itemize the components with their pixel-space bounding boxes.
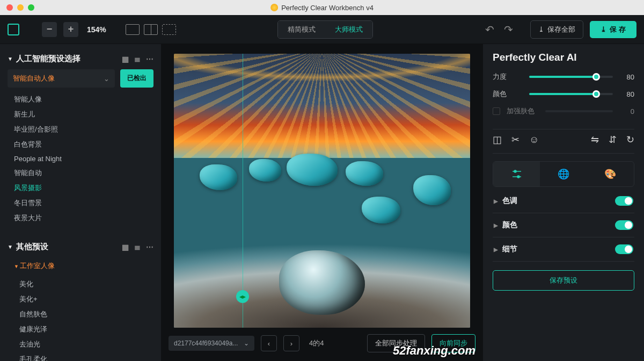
view-mode-icons — [126, 24, 176, 35]
accordion-tone[interactable]: ▶ 色调 — [493, 189, 634, 213]
chevron-down-icon: ⌄ — [104, 75, 109, 83]
chevron-down-icon: ▼ — [8, 244, 13, 250]
list-item[interactable]: 美化 — [17, 277, 153, 292]
panel-title: Perfectly Clear AI — [493, 52, 634, 63]
tab-sliders[interactable] — [493, 162, 540, 186]
list-view-icon[interactable]: ≣ — [134, 55, 141, 63]
redo-icon[interactable]: ↷ — [504, 23, 513, 36]
traffic-lights — [0, 4, 34, 11]
window-title: Perfectly Clear Workbench v4 — [270, 4, 374, 12]
list-item[interactable]: 新生儿 — [12, 107, 153, 122]
zoom-out-button[interactable]: − — [42, 22, 57, 37]
rotate-icon[interactable]: ↻ — [626, 134, 634, 146]
tool-iconbar: ◫ ✂ ☺ ⇋ ⇵ ↻ — [493, 129, 634, 154]
save-preset-button[interactable]: 保存预设 — [493, 270, 634, 291]
list-view-icon[interactable]: ≣ — [134, 243, 141, 251]
sliders-icon — [511, 169, 522, 179]
list-item[interactable]: 自然肤色 — [17, 307, 153, 322]
zoom-level[interactable]: 154% — [87, 25, 106, 34]
mode-segment: 精简模式 大师模式 — [277, 20, 373, 39]
app-icon — [270, 4, 278, 11]
image-canvas[interactable]: ◂▸ — [174, 54, 470, 328]
compare-icon[interactable]: ◫ — [493, 134, 502, 146]
flip-v-icon[interactable]: ⇵ — [609, 134, 617, 146]
undo-redo-group: ↶ ↷ — [485, 23, 513, 36]
adjust-tabs: 🌐 🎨 — [493, 161, 634, 187]
download-icon: ⤓ — [601, 25, 606, 33]
list-item[interactable]: 冬日雪景 — [12, 196, 153, 211]
more-icon[interactable]: ⋯ — [146, 55, 153, 63]
color-slider-row: 颜色 80 — [493, 89, 634, 99]
ai-preset-list: 智能人像 新生儿 毕业照/合影照 白色背景 People at Night 智能… — [8, 91, 153, 228]
single-view-icon[interactable] — [126, 24, 140, 35]
crop-icon[interactable]: ✂ — [511, 134, 519, 146]
skin-slider-row: 加强肤色 0 — [493, 106, 634, 116]
strength-slider-row: 力度 80 — [493, 72, 634, 82]
ai-presets-header[interactable]: ▼ 人工智能预设选择 ▦ ≣ ⋯ — [8, 54, 153, 64]
list-item[interactable]: 智能自动 — [12, 165, 153, 180]
tab-art[interactable]: 🎨 — [587, 162, 634, 186]
list-item[interactable]: People at Night — [12, 152, 153, 165]
maximize-window-icon[interactable] — [28, 4, 34, 11]
zoom-in-button[interactable]: + — [63, 22, 78, 37]
crop-view-icon[interactable] — [162, 24, 176, 35]
list-item[interactable]: 智能人像 — [12, 92, 153, 107]
list-item[interactable]: 白色背景 — [12, 137, 153, 152]
strength-slider[interactable] — [529, 76, 613, 78]
close-window-icon[interactable] — [6, 4, 13, 11]
list-item[interactable]: 美化+ — [17, 292, 153, 307]
preset-dropdown[interactable]: 智能自动人像 ⌄ — [8, 69, 115, 88]
app-logo-icon[interactable] — [8, 24, 19, 35]
minimize-window-icon[interactable] — [17, 4, 24, 11]
tab-globe[interactable]: 🌐 — [540, 162, 587, 186]
accordion-color[interactable]: ▶ 颜色 — [493, 213, 634, 237]
list-item[interactable]: 风景摄影 — [12, 180, 153, 196]
save-button[interactable]: ⤓保 存 — [590, 21, 636, 38]
detect-button[interactable]: 已检出 — [120, 69, 153, 88]
split-view-icon[interactable] — [144, 24, 158, 35]
canvas-area: ◂▸ d2177c44f6934049a...⌄ ‹ › 4的4 全部同步处理 … — [161, 44, 483, 361]
accordion-detail[interactable]: ▶ 细节 — [493, 237, 634, 262]
skin-checkbox[interactable] — [493, 107, 500, 115]
grid-view-icon[interactable]: ▦ — [122, 55, 129, 63]
chevron-down-icon: ⌄ — [244, 340, 249, 347]
list-item[interactable]: 去油光 — [17, 337, 153, 352]
other-presets-header[interactable]: ▼ 其他预设 ▦ ≣ ⋯ — [8, 242, 153, 252]
file-name-dropdown[interactable]: d2177c44f6934049a...⌄ — [169, 336, 254, 351]
preset-group[interactable]: ▼ 工作室人像 — [12, 258, 153, 273]
chevron-down-icon: ▼ — [8, 56, 13, 62]
chevron-right-icon: ▶ — [494, 222, 498, 228]
detail-toggle[interactable] — [615, 244, 633, 254]
mode-master[interactable]: 大师模式 — [325, 21, 372, 38]
color-slider[interactable] — [529, 93, 613, 95]
right-panel: Perfectly Clear AI 力度 80 颜色 80 加强肤色 0 ◫ … — [483, 44, 644, 361]
titlebar: Perfectly Clear Workbench v4 — [0, 0, 644, 15]
mode-simple[interactable]: 精简模式 — [278, 21, 325, 38]
grid-view-icon[interactable]: ▦ — [122, 243, 129, 251]
studio-preset-list: 美化 美化+ 自然肤色 健康光泽 去油光 毛孔柔化 喷粉 温和覆盖 — [8, 276, 153, 361]
tone-toggle[interactable] — [615, 196, 633, 206]
slider-handle-icon[interactable]: ◂▸ — [236, 290, 249, 303]
flip-h-icon[interactable]: ⇋ — [591, 134, 599, 146]
list-item[interactable]: 夜景大片 — [12, 211, 153, 226]
list-item[interactable]: 健康光泽 — [17, 322, 153, 337]
more-icon[interactable]: ⋯ — [146, 243, 153, 251]
watermark: 52fanxing.com — [393, 344, 475, 358]
svg-point-1 — [514, 170, 516, 172]
undo-icon[interactable]: ↶ — [485, 23, 494, 36]
list-item[interactable]: 毛孔柔化 — [17, 352, 153, 361]
skin-slider[interactable] — [545, 110, 613, 112]
face-icon[interactable]: ☺ — [529, 134, 539, 146]
top-toolbar: − + 154% 精简模式 大师模式 ↶ ↷ ⤓保存全部 ⤓保 存 — [0, 15, 644, 44]
color-toggle[interactable] — [615, 220, 633, 230]
chevron-right-icon: ▶ — [494, 198, 498, 204]
other-preset-list: ▼ 工作室人像 — [8, 257, 153, 276]
download-icon: ⤓ — [538, 25, 544, 33]
next-image-button[interactable]: › — [283, 335, 299, 351]
svg-point-3 — [517, 176, 519, 178]
prev-image-button[interactable]: ‹ — [261, 335, 277, 351]
save-all-button[interactable]: ⤓保存全部 — [530, 20, 583, 39]
list-item[interactable]: 毕业照/合影照 — [12, 122, 153, 137]
compare-slider[interactable]: ◂▸ — [243, 54, 243, 328]
left-panel: ▼ 人工智能预设选择 ▦ ≣ ⋯ 智能自动人像 ⌄ 已检出 智能人像 新生儿 毕… — [0, 44, 161, 361]
